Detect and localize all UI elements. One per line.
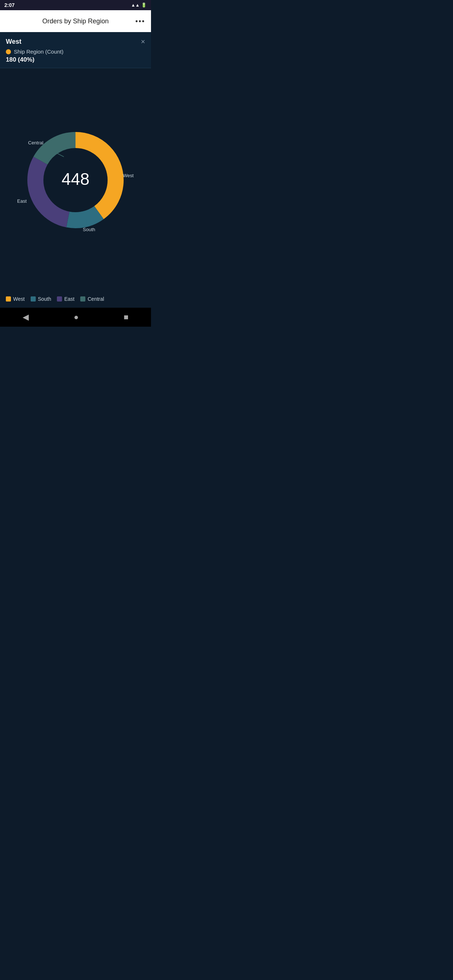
legend-item-west: West [6, 296, 25, 302]
legend-label-east: East [64, 296, 74, 302]
chart-label-east: East [17, 198, 27, 204]
more-menu-button[interactable]: ••• [135, 17, 145, 25]
recents-button[interactable]: ■ [124, 312, 128, 322]
chart-label-central: Central [28, 140, 43, 145]
status-bar: 2:07 ▲▲ 🔋 [0, 0, 151, 10]
tooltip-card: West × Ship Region (Count) 180 (40%) [0, 32, 151, 68]
legend-swatch-south [30, 296, 36, 302]
battery-icon: 🔋 [141, 3, 147, 8]
legend-label-west: West [13, 296, 25, 302]
chart-area: 448 Central West South East [0, 68, 151, 292]
tooltip-header: West × [6, 38, 145, 46]
status-time: 2:07 [4, 2, 14, 8]
legend: West South East Central [0, 292, 151, 308]
signal-icon: ▲▲ [131, 3, 140, 8]
tooltip-label: Ship Region (Count) [14, 48, 64, 55]
donut-chart: 448 Central West South East [6, 111, 145, 250]
page-title: Orders by Ship Region [42, 18, 109, 25]
chart-wrapper: 448 Central West South East [6, 111, 145, 250]
home-button[interactable]: ● [74, 312, 78, 322]
legend-item-central: Central [80, 296, 104, 302]
tooltip-value: 180 (40%) [6, 56, 145, 64]
tooltip-color-dot [6, 49, 11, 54]
status-icons: ▲▲ 🔋 [131, 3, 147, 8]
legend-label-south: South [38, 296, 51, 302]
chart-label-west: West [123, 173, 134, 178]
legend-swatch-west [6, 296, 11, 302]
chart-label-south: South [83, 227, 95, 232]
nav-bar: ◀ ● ■ [0, 308, 151, 327]
legend-item-east: East [57, 296, 74, 302]
tooltip-label-row: Ship Region (Count) [6, 48, 145, 55]
chart-center-value: 448 [62, 170, 90, 188]
legend-label-central: Central [88, 296, 104, 302]
back-button[interactable]: ◀ [22, 312, 29, 322]
legend-item-south: South [30, 296, 51, 302]
header: Orders by Ship Region ••• [0, 10, 151, 32]
legend-swatch-east [57, 296, 62, 302]
close-button[interactable]: × [141, 38, 145, 45]
legend-swatch-central [80, 296, 85, 302]
tooltip-region: West [6, 38, 22, 46]
